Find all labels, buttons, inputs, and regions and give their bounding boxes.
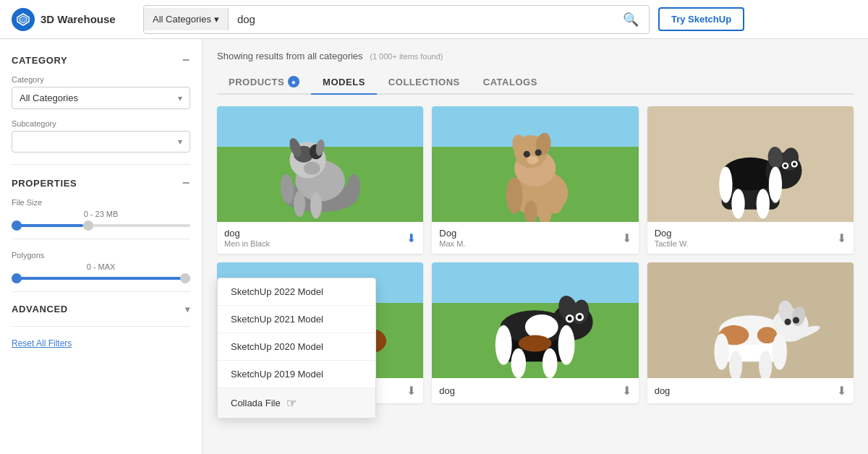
file-size-thumb-left[interactable]	[12, 220, 22, 231]
polygons-label: Polygons	[12, 251, 190, 260]
card-dog-1: dog Men in Black ⬇	[217, 106, 423, 254]
svg-point-33	[783, 164, 787, 168]
card-info-6: dog ⬇	[647, 378, 854, 403]
subcategory-select[interactable]: ▾	[12, 131, 190, 153]
collapse-properties-icon[interactable]: −	[182, 176, 190, 189]
svg-marker-1	[20, 16, 27, 23]
advanced-label: ADVANCED	[12, 304, 68, 314]
card-name-2: Dog	[439, 228, 465, 239]
file-size-slider[interactable]: 0 - 23 MB	[12, 210, 190, 227]
model-grid: dog Men in Black ⬇	[217, 106, 854, 254]
dropdown-item-2022[interactable]: SketchUp 2022 Model	[218, 278, 375, 306]
search-category-btn[interactable]: All Categories ▾	[144, 8, 229, 30]
results-text: Showing results from all categories	[217, 51, 363, 61]
card-info-3: Dog Tactile W. ⬇	[647, 222, 854, 254]
svg-point-56	[519, 335, 552, 352]
file-size-label: File Size	[12, 198, 190, 207]
card-name-3: Dog	[655, 228, 689, 239]
svg-point-37	[756, 189, 769, 218]
svg-point-19	[524, 151, 530, 158]
card-image-5	[432, 262, 638, 378]
svg-point-22	[506, 177, 523, 213]
card-dog-2: Dog Max M. ⬇	[432, 106, 638, 254]
card-image-6	[647, 262, 854, 378]
polygons-slider[interactable]: 0 - MAX	[12, 262, 190, 280]
card-image-1	[217, 106, 423, 222]
card-download-btn-3[interactable]: ⬇	[837, 231, 846, 245]
collapse-category-icon[interactable]: −	[182, 53, 190, 67]
svg-point-38	[768, 166, 781, 202]
tab-collections-label: COLLECTIONS	[388, 77, 460, 87]
logo-text: 3D Warehouse	[41, 13, 116, 25]
sidebar: CATEGORY − Category All Categories ▾ Sub…	[0, 39, 203, 454]
tab-collections[interactable]: COLLECTIONS	[377, 70, 472, 95]
tab-products[interactable]: PRODUCTS ●	[217, 70, 311, 95]
dropdown-item-2020[interactable]: SketchUp 2020 Model	[218, 333, 375, 361]
card-info-1: dog Men in Black ⬇	[217, 222, 423, 254]
advanced-section-title: ADVANCED ▾	[12, 304, 190, 314]
card-image-2	[432, 106, 638, 222]
reset-filters-link[interactable]: Reset All Filters	[12, 338, 190, 348]
category-field-label: Category	[12, 75, 190, 84]
subcategory-chevron-icon: ▾	[178, 137, 182, 147]
tab-products-label: PRODUCTS	[229, 77, 284, 87]
svg-point-12	[294, 191, 305, 218]
svg-point-55	[558, 325, 575, 365]
dropdown-item-2021[interactable]: SketchUp 2021 Model	[218, 306, 375, 333]
svg-point-62	[784, 319, 791, 325]
dropdown-item-2019[interactable]: SketchUp 2019 Model	[218, 361, 375, 388]
search-input[interactable]	[229, 7, 613, 31]
results-header: Showing results from all categories (1 0…	[217, 51, 854, 61]
subcategory-field-label: Subcategory	[12, 119, 190, 128]
card-info-5: dog ⬇	[432, 378, 638, 403]
properties-section-title: PROPERTIES −	[12, 176, 190, 189]
properties-label: PROPERTIES	[12, 178, 77, 189]
search-bar: All Categories ▾ 🔍	[143, 5, 650, 34]
dropdown-item-collada[interactable]: Collada File ☞	[218, 388, 375, 418]
svg-point-34	[793, 163, 796, 166]
card-download-btn-6[interactable]: ⬇	[837, 384, 846, 398]
tab-catalogs-label: CATALOGS	[483, 77, 537, 87]
card-download-btn-4[interactable]: ⬇	[407, 384, 416, 398]
file-size-thumb-right[interactable]	[83, 220, 93, 231]
tab-products-badge: ●	[288, 76, 299, 87]
card-image-3	[647, 106, 854, 222]
card-dog-6: dog ⬇	[647, 262, 854, 403]
search-button[interactable]: 🔍	[613, 6, 649, 33]
collada-label: Collada File	[231, 398, 281, 408]
card-name-5: dog	[439, 385, 455, 396]
svg-point-20	[535, 149, 542, 155]
category-chevron-icon: ▾	[178, 93, 182, 103]
polygons-thumb-left[interactable]	[12, 273, 22, 283]
tab-models-label: MODELS	[323, 77, 365, 87]
card-download-btn-5[interactable]: ⬇	[622, 384, 631, 398]
svg-point-36	[731, 189, 744, 218]
card-info-2: Dog Max M. ⬇	[432, 222, 638, 254]
expand-advanced-icon[interactable]: ▾	[185, 304, 190, 314]
category-select[interactable]: All Categories ▾	[12, 87, 190, 109]
card-download-btn-1[interactable]: ⬇	[407, 231, 416, 245]
results-count: (1 000+ items found)	[370, 52, 443, 61]
tabs-bar: PRODUCTS ● MODELS COLLECTIONS CATALOGS	[217, 70, 854, 95]
category-value: All Categories	[20, 93, 78, 103]
svg-point-54	[542, 348, 558, 378]
category-label: CATEGORY	[12, 55, 67, 66]
search-category-label: All Categories	[153, 14, 211, 25]
card-name-6: dog	[655, 385, 671, 396]
logo-icon	[12, 8, 35, 31]
card-author-2: Max M.	[439, 239, 465, 248]
chevron-down-icon: ▾	[214, 14, 219, 25]
svg-point-21	[527, 156, 539, 164]
polygons-track	[12, 277, 190, 280]
polygons-thumb-right[interactable]	[180, 273, 190, 283]
try-sketchup-button[interactable]: Try SketchUp	[658, 7, 744, 31]
file-size-track	[12, 224, 190, 227]
card-name-1: dog	[224, 228, 270, 239]
tab-catalogs[interactable]: CATALOGS	[472, 70, 549, 95]
content: Showing results from all categories (1 0…	[203, 39, 868, 454]
header: 3D Warehouse All Categories ▾ 🔍 Try Sket…	[0, 0, 868, 39]
tab-models[interactable]: MODELS	[311, 70, 377, 95]
card-download-btn-2[interactable]: ⬇	[622, 231, 631, 245]
main-layout: CATEGORY − Category All Categories ▾ Sub…	[0, 39, 868, 454]
card-dog-5: dog ⬇	[432, 262, 638, 403]
